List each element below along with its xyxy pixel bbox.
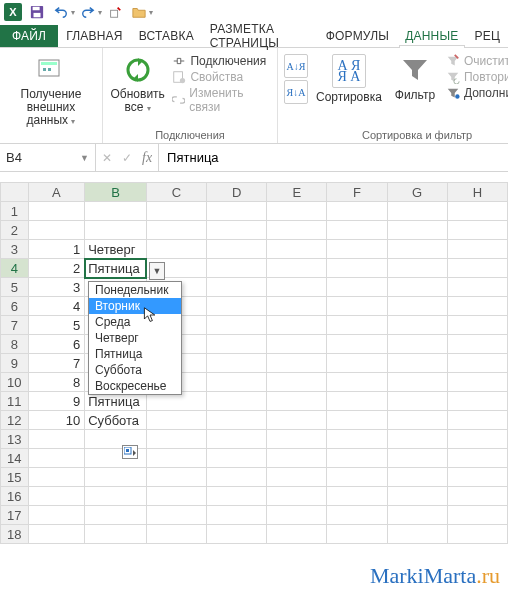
cell[interactable] [207,430,267,449]
cell[interactable] [207,373,267,392]
fx-icon[interactable]: fx [142,150,152,166]
cell[interactable] [267,411,327,430]
row-header[interactable]: 18 [1,525,29,544]
cell[interactable] [387,392,447,411]
cell[interactable] [327,316,387,335]
cell[interactable]: Суббота [85,411,147,430]
cell[interactable]: 7 [28,354,85,373]
dropdown-option[interactable]: Понедельник [89,282,181,298]
cell[interactable] [447,449,507,468]
cell[interactable] [447,221,507,240]
cell[interactable] [207,278,267,297]
cell[interactable] [146,202,206,221]
col-header-F[interactable]: F [327,183,387,202]
cell[interactable]: 9 [28,392,85,411]
cell[interactable] [387,468,447,487]
row-header[interactable]: 14 [1,449,29,468]
cell[interactable] [207,240,267,259]
undo-caret-icon[interactable]: ▾ [71,8,75,17]
cell[interactable] [447,392,507,411]
sort-button[interactable]: А Я Я А Сортировка [314,52,384,104]
row-header[interactable]: 9 [1,354,29,373]
cell[interactable] [207,221,267,240]
cell[interactable] [207,392,267,411]
pick-list-dropdown[interactable]: Понедельник Вторник Среда Четверг Пятниц… [88,281,182,395]
cell[interactable] [387,354,447,373]
cell[interactable] [387,240,447,259]
cell[interactable] [327,487,387,506]
cell[interactable] [207,202,267,221]
cell[interactable] [327,392,387,411]
tab-home[interactable]: ГЛАВНАЯ [58,25,130,47]
cell-grid[interactable]: A B C D E F G H 1 2 31Четверг 42Пятница … [0,182,508,544]
cell[interactable] [146,468,206,487]
cell[interactable] [387,335,447,354]
tab-file[interactable]: ФАЙЛ [0,25,58,47]
cell[interactable] [327,278,387,297]
cell[interactable] [387,259,447,278]
cell[interactable] [447,373,507,392]
sort-za-button[interactable]: Я↓А [284,80,308,104]
cell[interactable]: 6 [28,335,85,354]
row-header[interactable]: 6 [1,297,29,316]
cell[interactable] [146,487,206,506]
cell[interactable] [207,335,267,354]
cell[interactable] [85,525,147,544]
cell[interactable]: 4 [28,297,85,316]
cell[interactable] [207,297,267,316]
cell[interactable] [387,525,447,544]
edit-links-button[interactable]: Изменить связи [172,86,271,114]
cell[interactable] [327,430,387,449]
cell[interactable] [267,316,327,335]
cell[interactable] [387,430,447,449]
cell[interactable] [146,506,206,525]
cell[interactable] [207,449,267,468]
redo-caret-icon[interactable]: ▾ [98,8,102,17]
cell[interactable] [387,202,447,221]
tab-data[interactable]: ДАННЫЕ [397,25,466,47]
cell[interactable] [387,411,447,430]
col-header-H[interactable]: H [447,183,507,202]
save-button[interactable] [26,2,48,22]
cell[interactable]: Четверг [85,240,147,259]
cell[interactable] [207,316,267,335]
cell[interactable] [85,202,147,221]
cell[interactable] [267,259,327,278]
row-header[interactable]: 15 [1,468,29,487]
cell[interactable] [267,506,327,525]
row-header[interactable]: 17 [1,506,29,525]
row-header[interactable]: 2 [1,221,29,240]
cell[interactable] [447,240,507,259]
cell[interactable] [207,487,267,506]
cell[interactable] [207,354,267,373]
cell[interactable] [387,278,447,297]
autofill-options-button[interactable] [122,445,138,459]
filter-button[interactable]: Фильтр [390,52,440,102]
cell[interactable] [28,525,85,544]
cell[interactable] [146,525,206,544]
clear-button[interactable] [104,2,126,22]
cell[interactable] [387,487,447,506]
refresh-all-button[interactable]: Обновитьвсе ▾ [109,52,166,115]
cell[interactable] [267,278,327,297]
dropdown-option[interactable]: Воскресенье [89,378,181,394]
connections-button[interactable]: Подключения [172,54,271,68]
col-header-D[interactable]: D [207,183,267,202]
row-header[interactable]: 11 [1,392,29,411]
row-header[interactable]: 7 [1,316,29,335]
sort-az-button[interactable]: А↓Я [284,54,308,78]
cell[interactable] [85,221,147,240]
cell[interactable] [267,354,327,373]
cell[interactable] [267,449,327,468]
row-header[interactable]: 8 [1,335,29,354]
dropdown-option[interactable]: Вторник [89,298,181,314]
row-header[interactable]: 4 [1,259,29,278]
cell[interactable] [387,297,447,316]
cell[interactable] [267,392,327,411]
cell[interactable] [327,468,387,487]
cell[interactable] [28,506,85,525]
cell[interactable] [327,259,387,278]
dropdown-option[interactable]: Четверг [89,330,181,346]
cell[interactable] [387,449,447,468]
col-header-E[interactable]: E [267,183,327,202]
